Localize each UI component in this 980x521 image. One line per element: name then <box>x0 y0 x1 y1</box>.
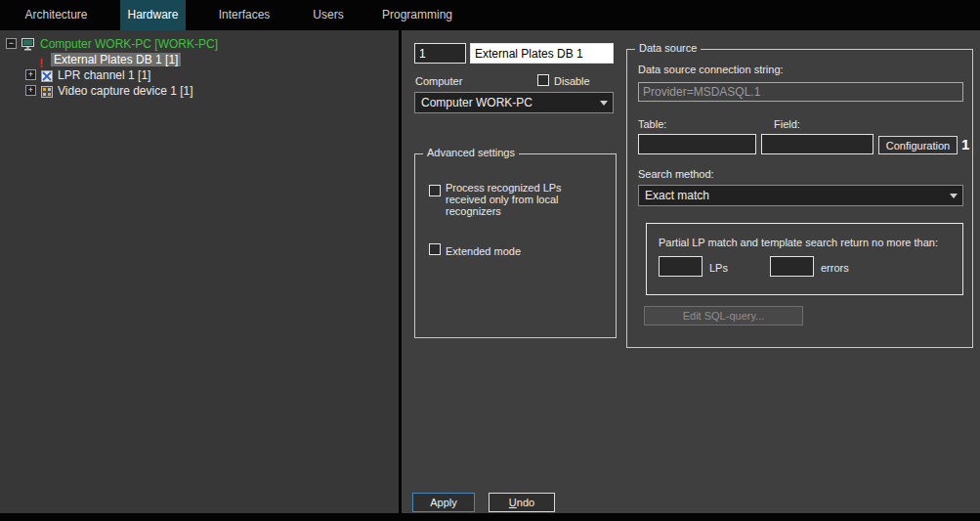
computer-select-value: Computer WORK-PC <box>421 96 533 109</box>
edit-sql-query-button[interactable]: Edit SQL-query... <box>644 306 803 326</box>
object-id-input[interactable] <box>414 43 466 64</box>
tree-item-video-capture-device[interactable]: + Video capture device 1 [1] <box>0 83 399 99</box>
connection-string-label: Data source connection string: <box>638 64 784 75</box>
undo-accel: U <box>509 497 517 508</box>
tree-item-label: Video capture device 1 [1] <box>55 84 196 98</box>
tab-programming[interactable]: Programming <box>379 0 455 30</box>
tree-item-label: LPR channel 1 [1] <box>55 68 153 82</box>
expand-icon[interactable]: + <box>25 85 36 96</box>
lps-limit-input[interactable] <box>659 256 703 277</box>
configuration-button[interactable]: Configuration <box>878 136 958 154</box>
advanced-settings-group: Advanced settings Process recognized LPs… <box>414 153 617 338</box>
process-recognized-lps-checkbox[interactable] <box>429 185 441 196</box>
table-label: Table: <box>638 118 666 130</box>
video-capture-icon <box>41 84 55 97</box>
object-settings-panel: Computer Disable Computer WORK-PC Advanc… <box>402 30 980 513</box>
chevron-down-icon <box>600 101 608 106</box>
computer-select[interactable]: Computer WORK-PC <box>414 92 614 113</box>
errors-label: errors <box>821 262 849 274</box>
search-method-label: Search method: <box>638 168 714 180</box>
search-method-select[interactable]: Exact match <box>638 185 963 206</box>
extended-mode-label: Extended mode <box>446 245 521 257</box>
table-input[interactable] <box>638 134 756 154</box>
disable-checkbox[interactable] <box>537 74 549 86</box>
tree-item-label: Computer WORK-PC [WORK-PC] <box>37 37 221 51</box>
field-label: Field: <box>774 118 800 130</box>
partial-match-group: Partial LP match and template search ret… <box>646 223 963 295</box>
top-nav: Architecture Hardware Interfaces Users P… <box>0 0 980 30</box>
data-source-title: Data source <box>635 42 701 54</box>
hardware-tree-panel: − Computer WORK-PC [WORK-PC] ! External … <box>0 30 399 513</box>
tree-item-external-plates-db[interactable]: ! External Plates DB 1 [1] <box>0 52 399 67</box>
tab-interfaces[interactable]: Interfaces <box>207 0 281 30</box>
disable-label: Disable <box>554 75 590 87</box>
partial-match-label: Partial LP match and template search ret… <box>659 237 938 248</box>
tree-item-computer[interactable]: − Computer WORK-PC [WORK-PC] <box>0 36 399 52</box>
advanced-settings-title: Advanced settings <box>423 147 519 158</box>
apply-button[interactable]: Apply <box>412 493 475 512</box>
collapse-icon[interactable]: − <box>6 38 17 49</box>
errors-limit-input[interactable] <box>770 256 814 277</box>
data-source-group: Data source Data source connection strin… <box>626 49 973 348</box>
tree-item-lpr-channel[interactable]: + LPR channel 1 [1] <box>0 67 399 83</box>
connection-string-input[interactable] <box>638 82 963 102</box>
computer-icon <box>21 37 35 50</box>
tree-item-label: External Plates DB 1 [1] <box>51 53 181 66</box>
field-input[interactable] <box>761 134 873 154</box>
computer-label: Computer <box>415 75 462 87</box>
app-window: Architecture Hardware Interfaces Users P… <box>0 0 980 521</box>
object-name-input[interactable] <box>470 43 614 64</box>
tab-architecture[interactable]: Architecture <box>20 0 93 30</box>
lps-label: LPs <box>709 262 728 274</box>
process-recognized-lps-label: Process recognized LPs received only fro… <box>446 182 571 217</box>
tab-users[interactable]: Users <box>304 0 353 30</box>
chevron-down-icon <box>950 194 958 198</box>
undo-button[interactable]: Undo <box>489 493 555 512</box>
tab-hardware[interactable]: Hardware <box>120 0 186 30</box>
callout-1: 1 <box>961 136 969 152</box>
search-method-value: Exact match <box>645 189 709 202</box>
lpr-channel-icon <box>41 68 55 81</box>
bottom-strip <box>0 513 980 521</box>
extended-mode-checkbox[interactable] <box>429 243 441 255</box>
expand-icon[interactable]: + <box>25 69 36 80</box>
undo-rest: ndo <box>517 497 534 508</box>
